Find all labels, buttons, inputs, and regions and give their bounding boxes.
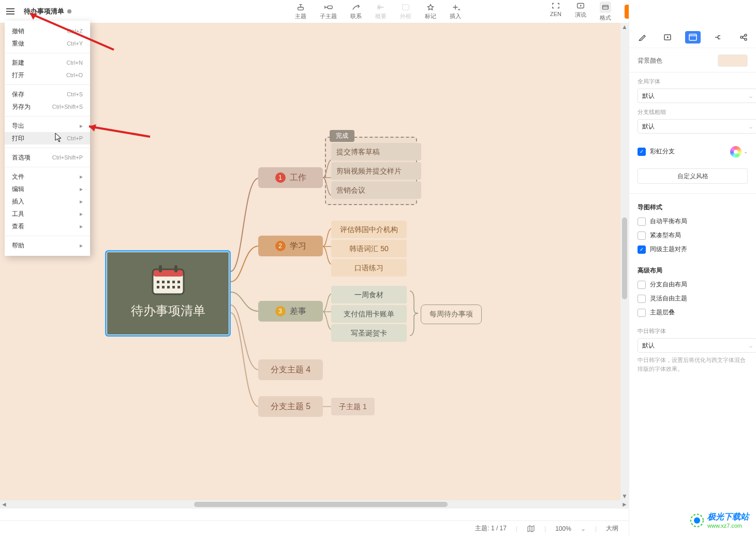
branch-4[interactable]: 分支主题 4 (258, 359, 323, 380)
map-style-heading: 导图样式 (638, 203, 748, 212)
cjk-font-select[interactable]: 默认⌵ (638, 338, 756, 353)
subtopic-icon (324, 3, 333, 11)
format-icon (600, 2, 611, 13)
subtopic-study-1[interactable]: 评估韩国中介机构 (331, 221, 407, 238)
hamburger-menu-button[interactable] (0, 1, 21, 22)
bg-color-swatch[interactable] (718, 54, 748, 67)
watermark-logo-icon (690, 513, 704, 528)
boundary-icon (401, 3, 410, 11)
menu-item-工具[interactable]: 工具▸ (5, 208, 90, 220)
subtopic-work-3[interactable]: 营销会议 (331, 181, 421, 199)
menu-item-打开[interactable]: 打开Ctrl+O (5, 69, 90, 81)
branch-errands[interactable]: 3 差事 (258, 301, 323, 322)
vertical-scrollbar[interactable]: ▲ ▼ (620, 23, 629, 500)
document-tab[interactable]: 待办事项清单 (24, 7, 71, 16)
format-button[interactable]: 格式 (600, 2, 611, 22)
auto-balance-checkbox[interactable]: 自动平衡布局 (638, 217, 748, 226)
panel-tab-map[interactable] (685, 31, 701, 44)
chevron-down-icon[interactable]: ⌄ (744, 149, 748, 154)
scroll-left-arrow[interactable]: ◄ (0, 500, 8, 509)
branch-width-select[interactable]: 默认⌵ (638, 119, 756, 134)
rainbow-color-picker[interactable] (730, 146, 742, 157)
menu-item-导出[interactable]: 导出▸ (5, 120, 90, 132)
marker-button[interactable]: 标记 (425, 3, 436, 20)
present-button[interactable]: 演说 (575, 2, 586, 22)
branch-5[interactable]: 分支主题 5 (258, 396, 323, 417)
branch-label: 分支主题 4 (271, 365, 310, 375)
panel-tab-share[interactable] (736, 31, 751, 44)
toolbar-label: 外框 (400, 12, 411, 20)
subtopic-errand-2[interactable]: 支付信用卡账单 (331, 305, 407, 323)
zoom-level[interactable]: 100% (555, 525, 571, 532)
subtopic-work-2[interactable]: 剪辑视频并提交样片 (331, 162, 421, 180)
zen-button[interactable]: ZEN (550, 2, 561, 22)
watermark-url: www.xz7.com (707, 523, 749, 529)
panel-tab-style[interactable] (634, 31, 650, 44)
overlap-checkbox[interactable]: 主题层叠 (638, 308, 748, 317)
subtopic-work-1[interactable]: 提交博客草稿 (331, 143, 421, 161)
advanced-heading: 高级布局 (638, 266, 748, 275)
map-icon[interactable] (527, 525, 535, 532)
badge-2: 2 (275, 241, 286, 251)
branch-label: 学习 (290, 241, 306, 252)
panel-tab-branch[interactable] (710, 31, 726, 44)
menu-item-新建[interactable]: 新建Ctrl+N (5, 56, 90, 69)
menu-item-另存为[interactable]: 另存为Ctrl+Shift+S (5, 100, 90, 113)
subtopic-study-2[interactable]: 韩语词汇 50 (331, 240, 407, 257)
root-topic[interactable]: 待办事项清单 (105, 250, 231, 337)
free-branch-checkbox[interactable]: 分支自由布局 (638, 280, 748, 289)
svg-rect-15 (157, 281, 159, 283)
menu-item-文件[interactable]: 文件▸ (5, 170, 90, 183)
summary-topic[interactable]: 每周待办事项 (421, 305, 482, 324)
menu-item-首选项[interactable]: 首选项Ctrl+Shift+P (5, 151, 90, 164)
svg-point-28 (745, 34, 747, 36)
subtopic-button[interactable]: 子主题 (320, 3, 337, 20)
menu-item-插入[interactable]: 插入▸ (5, 195, 90, 208)
panel-tabs (629, 27, 756, 48)
relation-button[interactable]: 联系 (350, 3, 362, 20)
menu-item-重做[interactable]: 重做Ctrl+Y (5, 37, 90, 50)
subtopic-errand-1[interactable]: 一周食材 (331, 286, 407, 303)
subtopic-study-3[interactable]: 口语练习 (331, 259, 407, 277)
menu-item-撤销[interactable]: 撤销Ctrl+Z (5, 25, 90, 37)
summary-icon (376, 3, 386, 11)
toolbar-label: 主题 (295, 12, 306, 20)
scroll-down-arrow[interactable]: ▼ (620, 492, 629, 500)
subtopic-5-1[interactable]: 子主题 1 (331, 398, 375, 415)
panel-tab-play[interactable] (660, 31, 675, 44)
svg-rect-11 (153, 269, 184, 277)
insert-button[interactable]: 插入 (450, 3, 461, 20)
menu-item-查看[interactable]: 查看▸ (5, 220, 90, 233)
menu-item-帮助[interactable]: 帮助▸ (5, 239, 90, 252)
format-panel: 背景颜色 全局字体 默认⌵ 分支线粗细 默认⌵ 彩虹分支 ⌄ 自定义风格 导图样… (629, 0, 756, 536)
toolbar-label: 子主题 (320, 12, 337, 20)
outline-button[interactable]: 大纲 (606, 524, 618, 533)
hscroll-thumb[interactable] (194, 502, 448, 507)
mindmap-canvas[interactable]: 待办事项清单 1 工作 完成 提交博客草稿 剪辑视频并提交样片 营销会议 2 学… (0, 23, 629, 509)
zoom-dropdown-icon[interactable]: ⌄ (581, 525, 586, 532)
scroll-up-arrow[interactable]: ▲ (620, 23, 629, 31)
free-topic-checkbox[interactable]: 灵活自由主题 (638, 294, 748, 303)
branch-study[interactable]: 2 学习 (258, 236, 323, 256)
vscroll-thumb[interactable] (622, 218, 627, 299)
menu-item-编辑[interactable]: 编辑▸ (5, 183, 90, 195)
topic-count: 主题: 1 / 17 (475, 524, 507, 533)
branch-width-label: 分支线粗细 (638, 108, 748, 116)
boundary-done[interactable]: 完成 提交博客草稿 剪辑视频并提交样片 营销会议 (325, 137, 417, 205)
compact-checkbox[interactable]: 紧凑型布局 (638, 231, 748, 240)
canvas-area[interactable]: 待办事项清单 1 工作 完成 提交博客草稿 剪辑视频并提交样片 营销会议 2 学… (0, 23, 629, 509)
svg-rect-1 (328, 6, 332, 8)
custom-style-button[interactable]: 自定义风格 (638, 168, 748, 184)
summary-bracket (409, 290, 419, 337)
branch-label: 差事 (290, 306, 306, 317)
global-font-select[interactable]: 默认⌵ (638, 89, 756, 103)
menu-item-保存[interactable]: 保存Ctrl+S (5, 88, 90, 100)
subtopic-errand-3[interactable]: 写圣诞贺卡 (331, 324, 407, 342)
branch-work[interactable]: 1 工作 (258, 167, 323, 188)
rainbow-branch-checkbox[interactable]: 彩虹分支 (638, 147, 675, 156)
topic-button[interactable]: 主题 (295, 3, 306, 20)
menu-item-打印[interactable]: 打印Ctrl+P (5, 132, 90, 144)
scroll-right-arrow[interactable]: ► (620, 500, 629, 509)
align-siblings-checkbox[interactable]: 同级主题对齐 (638, 245, 748, 254)
horizontal-scrollbar[interactable]: ◄ ► (0, 500, 629, 509)
